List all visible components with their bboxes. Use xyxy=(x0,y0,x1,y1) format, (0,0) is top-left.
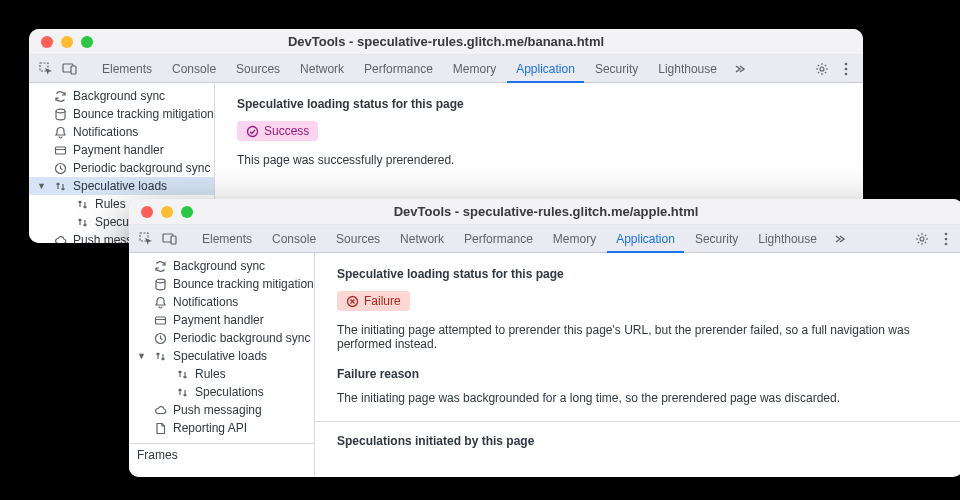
svg-point-3 xyxy=(820,67,824,71)
label: Notifications xyxy=(73,125,138,139)
label: Payment handler xyxy=(73,143,164,157)
card-icon xyxy=(153,313,167,327)
svg-point-4 xyxy=(845,62,848,65)
zoom-dot[interactable] xyxy=(81,36,93,48)
tab-network[interactable]: Network xyxy=(291,55,353,83)
tab-memory[interactable]: Memory xyxy=(544,225,605,253)
chevron-down-icon: ▼ xyxy=(37,181,47,191)
svg-rect-13 xyxy=(171,236,176,244)
tab-elements[interactable]: Elements xyxy=(93,55,161,83)
more-tabs-icon[interactable] xyxy=(828,228,850,250)
label: Notifications xyxy=(173,295,238,309)
label: Speculations xyxy=(195,385,264,399)
close-dot[interactable] xyxy=(41,36,53,48)
tab-sources[interactable]: Sources xyxy=(327,225,389,253)
inspect-icon[interactable] xyxy=(135,228,157,250)
more-tabs-icon[interactable] xyxy=(728,58,750,80)
label: Speculative loads xyxy=(173,349,267,363)
svg-rect-8 xyxy=(55,147,65,154)
svg-point-16 xyxy=(945,237,948,240)
cloud-icon xyxy=(53,233,67,243)
sidebar-item-background-sync[interactable]: Background sync xyxy=(129,257,314,275)
tab-performance[interactable]: Performance xyxy=(455,225,542,253)
inspect-icon[interactable] xyxy=(35,58,57,80)
sidebar-item-speculations[interactable]: Speculations xyxy=(129,383,314,401)
tab-application[interactable]: Application xyxy=(507,55,584,83)
svg-point-10 xyxy=(248,126,258,136)
sidebar-item-speculative-loads[interactable]: ▼Speculative loads xyxy=(29,177,214,195)
tab-application[interactable]: Application xyxy=(607,225,684,253)
tab-console[interactable]: Console xyxy=(263,225,325,253)
sidebar-item-bounce[interactable]: Bounce tracking mitigations xyxy=(29,105,214,123)
status-label: Failure xyxy=(364,294,401,308)
sidebar-item-background-sync[interactable]: Background sync xyxy=(29,87,214,105)
chevron-down-icon: ▼ xyxy=(137,351,147,361)
svg-point-6 xyxy=(845,72,848,75)
sidebar-item-speculative-loads[interactable]: ▼Speculative loads xyxy=(129,347,314,365)
svg-point-14 xyxy=(920,237,924,241)
svg-point-7 xyxy=(56,109,65,113)
sidebar-item-notifications[interactable]: Notifications xyxy=(29,123,214,141)
svg-rect-2 xyxy=(71,66,76,74)
titlebar: DevTools - speculative-rules.glitch.me/a… xyxy=(129,199,960,225)
label: Bounce tracking mitigations xyxy=(73,107,215,121)
kebab-icon[interactable] xyxy=(935,228,957,250)
sidebar-item-bounce[interactable]: Bounce tracking mitigations xyxy=(129,275,314,293)
sidebar-item-payment[interactable]: Payment handler xyxy=(129,311,314,329)
minimize-dot[interactable] xyxy=(161,206,173,218)
gear-icon[interactable] xyxy=(911,228,933,250)
tab-performance[interactable]: Performance xyxy=(355,55,442,83)
database-icon xyxy=(153,277,167,291)
x-circle-icon xyxy=(346,295,359,308)
device-toggle-icon[interactable] xyxy=(159,228,181,250)
status-desc: The initiating page attempted to prerend… xyxy=(337,323,941,351)
doc-icon xyxy=(153,421,167,435)
close-dot[interactable] xyxy=(141,206,153,218)
updown-icon xyxy=(75,197,89,211)
tab-console[interactable]: Console xyxy=(163,55,225,83)
status-badge-success: Success xyxy=(237,121,318,141)
database-icon xyxy=(53,107,67,121)
tab-lighthouse[interactable]: Lighthouse xyxy=(649,55,726,83)
label: Payment handler xyxy=(173,313,264,327)
tab-sources[interactable]: Sources xyxy=(227,55,289,83)
sidebar-item-reporting[interactable]: Reporting API xyxy=(129,419,314,437)
tab-security[interactable]: Security xyxy=(686,225,747,253)
label: Rules xyxy=(195,367,226,381)
sidebar-item-periodic[interactable]: Periodic background sync xyxy=(29,159,214,177)
zoom-dot[interactable] xyxy=(181,206,193,218)
sidebar-item-periodic[interactable]: Periodic background sync xyxy=(129,329,314,347)
spec-heading: Speculations initiated by this page xyxy=(337,434,941,448)
sidebar-item-rules[interactable]: Rules xyxy=(129,365,314,383)
sidebar-section-frames[interactable]: Frames xyxy=(129,443,314,462)
clock-icon xyxy=(53,161,67,175)
kebab-icon[interactable] xyxy=(835,58,857,80)
sidebar-item-notifications[interactable]: Notifications xyxy=(129,293,314,311)
tab-security[interactable]: Security xyxy=(586,55,647,83)
tab-elements[interactable]: Elements xyxy=(193,225,261,253)
tab-network[interactable]: Network xyxy=(391,225,453,253)
tab-memory[interactable]: Memory xyxy=(444,55,505,83)
label: Reporting API xyxy=(173,421,247,435)
bell-icon xyxy=(153,295,167,309)
main-panel: Speculative loading status for this page… xyxy=(315,253,960,477)
svg-rect-19 xyxy=(155,317,165,324)
label: Push mess xyxy=(73,233,132,243)
status-heading: Speculative loading status for this page xyxy=(337,267,941,281)
devtools-window-apple: DevTools - speculative-rules.glitch.me/a… xyxy=(129,199,960,477)
updown-icon xyxy=(175,367,189,381)
device-toggle-icon[interactable] xyxy=(59,58,81,80)
label: Background sync xyxy=(173,259,265,273)
reason-desc: The initiating page was backgrounded for… xyxy=(337,391,941,405)
titlebar: DevTools - speculative-rules.glitch.me/b… xyxy=(29,29,863,55)
updown-icon xyxy=(75,215,89,229)
updown-icon xyxy=(53,179,67,193)
label: Periodic background sync xyxy=(173,331,310,345)
sidebar-item-payment[interactable]: Payment handler xyxy=(29,141,214,159)
tab-lighthouse[interactable]: Lighthouse xyxy=(749,225,826,253)
sidebar-item-push[interactable]: Push messaging xyxy=(129,401,314,419)
minimize-dot[interactable] xyxy=(61,36,73,48)
status-desc: This page was successfully prerendered. xyxy=(237,153,841,167)
label: Bounce tracking mitigations xyxy=(173,277,315,291)
gear-icon[interactable] xyxy=(811,58,833,80)
